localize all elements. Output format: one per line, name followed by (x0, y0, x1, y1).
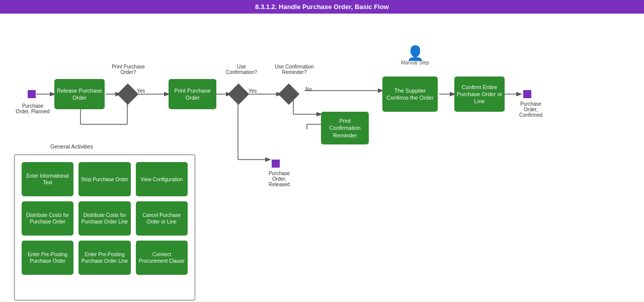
diamond-print-po (117, 84, 138, 105)
general-activities-label: General Activities (50, 143, 93, 149)
label-yes1: Yes (137, 88, 145, 94)
activity-connect-procurement-clause[interactable]: Connect Procurement Clause (136, 241, 188, 275)
supplier-confirms-box[interactable]: The Supplier Confirms the Order (382, 77, 438, 112)
activity-enter-informational-text[interactable]: Enter Informational Text (22, 162, 73, 196)
diamond-use-confirmation-reminder (278, 84, 299, 105)
purchase-order-released-label: Purchase Order, Released (262, 171, 297, 187)
confirm-entire-po-box[interactable]: Confirm Entire Purchase Order or Line (454, 77, 505, 112)
header-title: 8.3.1.2. Handle Purchase Order, Basic Fl… (255, 3, 389, 11)
manual-step-label: Manual Step (397, 60, 433, 65)
label-no1: No (305, 87, 312, 92)
header: 8.3.1.2. Handle Purchase Order, Basic Fl… (0, 0, 644, 14)
activity-cancel-po-or-line[interactable]: Cancel Purchase Order or Line (136, 201, 188, 236)
purchase-order-planned-label: Purchase Order, Planned (15, 103, 50, 114)
print-purchase-order-box[interactable]: Print Purchase Order (169, 79, 216, 109)
main-canvas: Purchase Order, Planned Release Purchase… (0, 14, 644, 301)
activity-enter-pre-posting-po[interactable]: Enter Pre-Posting Purchase Order (22, 241, 73, 275)
diamond-use-confirmation (228, 84, 249, 105)
general-activities-container: Enter Informational Text Stop Purchase O… (14, 155, 195, 300)
activity-stop-purchase-order[interactable]: Stop Purchase Order (78, 162, 130, 196)
label-use-confirmation-reminder-q: Use Confirmation Reminder? (274, 64, 314, 75)
label-use-confirmation-q: Use Confirmation? (224, 64, 259, 75)
release-purchase-order-box[interactable]: Release Purchase Order (54, 79, 105, 109)
purchase-order-released-square (272, 160, 280, 168)
activity-distribute-costs-po-line[interactable]: Distribute Costs for Purchase Order Line (78, 201, 130, 236)
activity-enter-pre-posting-po-line[interactable]: Enter Pre-Posting Purchase Order Line (78, 241, 130, 275)
purchase-order-confirmed-label: Purchase Order, Confirmed (513, 101, 548, 118)
purchase-order-planned-square (28, 90, 36, 98)
person-icon: 👤 (407, 45, 424, 61)
label-yes2: Yes (249, 88, 257, 94)
label-print-po-q: Print Purchase Order? (111, 64, 146, 75)
activity-view-configuration[interactable]: View Configuration (136, 162, 188, 196)
purchase-order-confirmed-square (523, 90, 531, 98)
print-confirmation-reminder-box[interactable]: Print Confirmation Reminder (321, 112, 369, 144)
activity-distribute-costs-po[interactable]: Distribute Costs for Purchase Order (22, 201, 73, 236)
